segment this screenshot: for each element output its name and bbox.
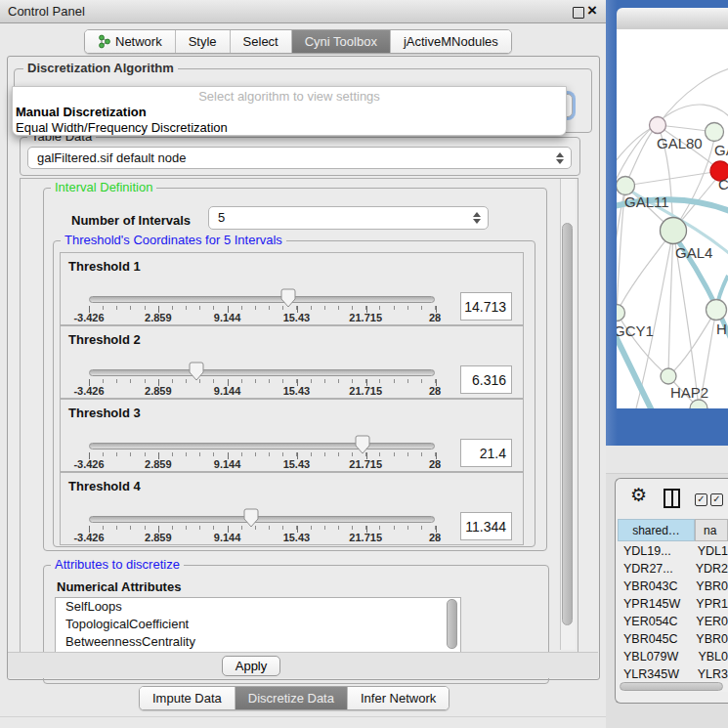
- table-row[interactable]: YDL19...YDL1: [618, 542, 728, 560]
- network-node-label: C: [718, 176, 728, 193]
- cell-name[interactable]: YBL0: [691, 648, 728, 665]
- table-row[interactable]: YLR345WYLR3: [618, 665, 728, 680]
- threshold-4-slider-track[interactable]: [89, 516, 435, 523]
- table-data-combobox-value: galFiltered.sif default node: [37, 150, 186, 165]
- scale-label: 15.43: [283, 385, 311, 397]
- attribute-list-item[interactable]: SelfLoops: [56, 598, 460, 616]
- cell-name[interactable]: YDL1: [691, 542, 728, 560]
- tab-style[interactable]: Style: [175, 30, 230, 53]
- tab-network[interactable]: Network: [85, 30, 175, 53]
- threshold-1-value-field[interactable]: 14.713: [460, 292, 512, 321]
- node-table-rows[interactable]: YDL19...YDL1YDR27...YDR2YBR043CYBR0YPR14…: [618, 542, 728, 680]
- control-panel-titlebar: Control Panel ×: [0, 0, 606, 23]
- attribute-list-item[interactable]: BetweennessCentrality: [56, 633, 460, 651]
- dropdown-option-manual[interactable]: Manual Discretization: [16, 105, 147, 119]
- threshold-1-slider-thumb[interactable]: [280, 288, 296, 308]
- apply-button[interactable]: Apply: [222, 656, 280, 676]
- scale-label: 9.144: [214, 532, 241, 543]
- threshold-4-label: Threshold 4: [68, 479, 141, 493]
- tab-cyni-toolbox[interactable]: Cyni Toolbox: [291, 30, 390, 53]
- network-node[interactable]: [707, 300, 727, 321]
- checkbox-icon[interactable]: ✓: [695, 493, 707, 506]
- network-node-label: GCY1: [617, 322, 654, 339]
- table-row[interactable]: YPR145WYPR1: [618, 595, 728, 613]
- network-graph: GAL80GACGAL11GAL4GCY1HHAP2: [617, 29, 728, 408]
- tab-jactivemnodules[interactable]: jActiveMNodules: [390, 30, 511, 53]
- network-node[interactable]: [661, 218, 687, 244]
- tab-cyni-toolbox-label: Cyni Toolbox: [305, 31, 377, 53]
- slider-scale-labels: -3.4262.8599.14415.4321.71528: [89, 312, 435, 323]
- numerical-attributes-label: Numerical Attributes: [57, 579, 181, 594]
- cell-shared-name[interactable]: YDR27...: [618, 560, 689, 578]
- number-of-intervals-combobox[interactable]: 5: [208, 206, 489, 230]
- scale-label: 21.715: [349, 312, 382, 323]
- scale-label: 2.859: [145, 312, 172, 323]
- cell-name[interactable]: YER0: [689, 613, 728, 630]
- table-row[interactable]: YBL079WYBL0: [618, 648, 728, 665]
- table-data-combobox[interactable]: galFiltered.sif default node: [27, 147, 572, 169]
- slider-scale-labels: -3.4262.8599.14415.4321.71528: [89, 385, 435, 397]
- table-row[interactable]: YER054CYER0: [618, 613, 728, 630]
- table-hscrollbar-thumb[interactable]: [620, 682, 723, 691]
- table-row[interactable]: YBR045CYBR0: [618, 630, 728, 648]
- threshold-2-slider-thumb[interactable]: [189, 362, 204, 381]
- scale-label: -3.426: [73, 458, 104, 470]
- checkbox-icon[interactable]: ✓: [710, 493, 723, 506]
- attributes-list-scrollbar-thumb[interactable]: [447, 599, 457, 649]
- scale-label: 28: [429, 532, 441, 543]
- cell-name[interactable]: YBR0: [689, 578, 728, 595]
- threshold-4-panel: Threshold 4 -3.4262.8599.14415.4321.7152…: [60, 472, 524, 545]
- cell-shared-name[interactable]: YLR345W: [618, 665, 691, 680]
- tab-select[interactable]: Select: [230, 30, 291, 53]
- network-node[interactable]: [617, 177, 635, 195]
- network-node[interactable]: [617, 305, 625, 321]
- network-node-label: HAP2: [670, 384, 708, 401]
- slider-scale-labels: -3.4262.8599.14415.4321.71528: [89, 532, 435, 543]
- table-row[interactable]: YDR27...YDR2: [618, 560, 728, 578]
- dropdown-option-equal-width[interactable]: Equal Width/Frequency Discretization: [16, 120, 228, 135]
- float-window-icon[interactable]: [573, 7, 584, 19]
- threshold-1-slider-track[interactable]: [89, 296, 435, 303]
- cell-shared-name[interactable]: YBL079W: [618, 648, 691, 665]
- gear-icon[interactable]: ⚙: [630, 485, 647, 506]
- column-header-shared-name[interactable]: shared…: [618, 519, 695, 541]
- threshold-2-slider-track[interactable]: [89, 369, 435, 376]
- table-row[interactable]: YBR043CYBR0: [618, 578, 728, 595]
- scale-label: 21.715: [349, 385, 382, 397]
- split-panel-icon[interactable]: [664, 489, 680, 508]
- cell-name[interactable]: YLR3: [691, 665, 728, 680]
- cell-name[interactable]: YBR0: [689, 630, 728, 648]
- cell-shared-name[interactable]: YPR145W: [618, 595, 689, 613]
- cell-shared-name[interactable]: YBR043C: [618, 578, 689, 595]
- algorithm-dropdown-popup: Select algorithm to view settings Manual…: [12, 86, 567, 136]
- control-panel-title: Control Panel: [8, 4, 85, 19]
- threshold-3-value-field[interactable]: 21.4: [460, 439, 512, 467]
- tab-discretize-data[interactable]: Discretize Data: [235, 687, 347, 709]
- column-header-name[interactable]: na: [695, 519, 728, 541]
- cell-shared-name[interactable]: YDL19...: [618, 542, 691, 560]
- threshold-4-value-field[interactable]: 11.344: [460, 512, 512, 540]
- tab-impute-data[interactable]: Impute Data: [140, 687, 235, 709]
- cell-name[interactable]: YPR1: [689, 595, 728, 613]
- network-canvas[interactable]: GAL80GACGAL11GAL4GCY1HHAP2: [617, 29, 728, 408]
- scale-label: 9.144: [214, 458, 241, 470]
- scale-label: 28: [429, 385, 441, 397]
- attribute-list-item[interactable]: TopologicalCoefficient: [56, 616, 460, 633]
- scale-label: 21.715: [349, 532, 382, 543]
- tab-infer-network[interactable]: Infer Network: [347, 687, 449, 709]
- network-node[interactable]: [706, 123, 724, 142]
- cell-shared-name[interactable]: YER054C: [618, 613, 689, 630]
- scale-label: 2.859: [145, 532, 172, 543]
- number-of-intervals-label: Number of Intervals: [71, 213, 191, 228]
- network-node[interactable]: [650, 117, 666, 134]
- scale-label: -3.426: [73, 385, 104, 397]
- threshold-4-slider-thumb[interactable]: [243, 508, 259, 528]
- settings-scrollbar-thumb[interactable]: [562, 223, 573, 625]
- threshold-3-slider-thumb[interactable]: [355, 435, 370, 454]
- threshold-3-slider-track[interactable]: [89, 443, 435, 450]
- network-node[interactable]: [661, 368, 676, 384]
- threshold-2-value-field[interactable]: 6.316: [460, 365, 512, 394]
- cell-name[interactable]: YDR2: [689, 560, 728, 578]
- close-icon[interactable]: ×: [587, 1, 597, 21]
- cell-shared-name[interactable]: YBR045C: [618, 630, 689, 648]
